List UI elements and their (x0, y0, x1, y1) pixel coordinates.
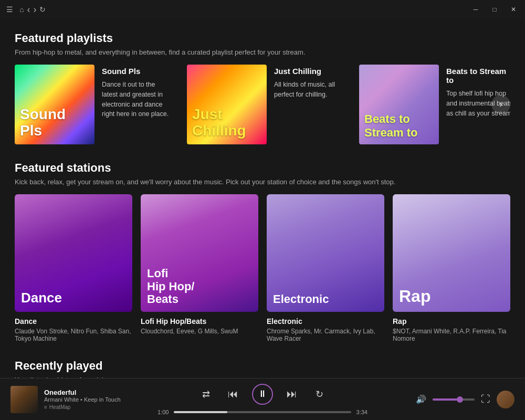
featured-stations-title: Featured stations (15, 161, 510, 175)
now-playing-center: ⇄ ⏮ ⏸ ⏭ ↻ 1:00 3:34 (126, 384, 399, 415)
maximize-button[interactable]: □ (489, 4, 500, 15)
station-name-lofi: Lofi Hip Hop/Beats (141, 317, 258, 326)
titlebar-right: ─ □ ✕ (470, 4, 519, 15)
station-artists-electronic: Chrome Sparks, Mr. Carmack, Ivy Lab, Wav… (267, 328, 384, 342)
playlist-title-beats: Beats to Stream to (446, 67, 510, 85)
playlist-item-sound-pls[interactable]: SoundPls Sound Pls Dance it out to the l… (15, 65, 178, 144)
playlist-cover-sound-pls: SoundPls (15, 65, 94, 144)
playlist-cover-label-just-chilling: JustChilling (192, 107, 246, 139)
now-playing-bar: Onederful Armani White • Keep in Touch ≡… (0, 378, 525, 420)
playlist-item-beats-to-stream[interactable]: Beats toStream to Beats to Stream to Top… (359, 65, 510, 144)
playlist-desc-sound-pls: Dance it out to the latest and greatest … (102, 80, 171, 119)
controls-row: ⇄ ⏮ ⏸ ⏭ ↻ (197, 384, 328, 405)
volume-knob (457, 396, 463, 403)
playlist-info-sound-pls: Sound Pls Dance it out to the latest and… (94, 65, 178, 144)
station-cover-label-rap: Rap (399, 287, 430, 306)
home-icon[interactable]: ⌂ (19, 5, 24, 14)
play-pause-button[interactable]: ⏸ (252, 384, 273, 405)
main-content: Featured playlists From hip-hop to metal… (0, 19, 525, 378)
featured-stations-section: Featured stations Kick back, relax, get … (15, 161, 510, 342)
volume-icon[interactable]: 🔊 (416, 394, 426, 404)
station-artists-rap: $NOT, Armani White, R.A.P. Ferreira, Tia… (393, 328, 510, 342)
station-cover-label-lofi: LofiHip Hop/Beats (147, 267, 194, 306)
user-avatar[interactable] (497, 391, 514, 408)
station-artists-lofi: Cloudchord, Eevee, G Mills, SwuM (141, 328, 258, 335)
progress-bar-fill (174, 411, 227, 413)
time-total: 3:34 (356, 409, 368, 415)
station-name-rap: Rap (393, 317, 510, 326)
refresh-icon[interactable]: ↻ (39, 5, 46, 14)
volume-bar[interactable] (433, 398, 475, 401)
playlist-cover-just-chilling: JustChilling (187, 65, 267, 144)
featured-playlists-subtitle: From hip-hop to metal, and everything in… (15, 48, 510, 56)
playlist-info-just-chilling: Just Chilling All kinds of music, all pe… (267, 65, 351, 144)
station-cover-rap: Rap (393, 194, 510, 312)
stations-grid: Dance Dance Claude Von Stroke, Nitro Fun… (15, 194, 510, 342)
track-artist: Armani White • Keep in Touch (44, 396, 121, 403)
screen-icon[interactable]: ⛶ (481, 394, 490, 405)
recently-played-title: Recently played (15, 359, 510, 373)
track-title: Onederful (44, 388, 121, 396)
track-playlist[interactable]: ≡ HeatMap (44, 404, 121, 410)
station-cover-label-dance: Dance (21, 290, 62, 306)
playlist-item-just-chilling[interactable]: JustChilling Just Chilling All kinds of … (187, 65, 351, 144)
station-item-lofi[interactable]: LofiHip Hop/Beats Lofi Hip Hop/Beats Clo… (141, 194, 258, 342)
titlebar-left: ☰ ⌂ ‹ › ↻ (6, 4, 46, 15)
progress-row: 1:00 3:34 (158, 409, 368, 415)
station-item-electronic[interactable]: Electronic Electronic Chrome Sparks, Mr.… (267, 194, 384, 342)
volume-bar-fill (433, 398, 460, 401)
recently-played-section: Recently played Your listening history f… (15, 359, 510, 378)
playlist-cover-beats-to-stream: Beats toStream to (359, 65, 439, 144)
progress-bar[interactable] (174, 411, 351, 413)
prev-button[interactable]: ⏮ (225, 386, 242, 403)
now-playing-left: Onederful Armani White • Keep in Touch ≡… (10, 386, 126, 413)
station-item-dance[interactable]: Dance Dance Claude Von Stroke, Nitro Fun… (15, 194, 132, 342)
now-playing-right: 🔊 ⛶ (399, 391, 514, 408)
playlists-row: SoundPls Sound Pls Dance it out to the l… (15, 65, 510, 144)
next-button[interactable]: ⏭ (284, 386, 300, 403)
now-playing-thumbnail (10, 386, 38, 413)
station-cover-dance: Dance (15, 194, 132, 312)
playlist-cover-label-sound-pls: SoundPls (20, 107, 66, 139)
playlist-cover-label-beats: Beats toStream to (364, 112, 417, 139)
back-icon[interactable]: ‹ (27, 4, 30, 15)
playlist-title-just-chilling: Just Chilling (274, 67, 343, 76)
station-item-rap[interactable]: Rap Rap $NOT, Armani White, R.A.P. Ferre… (393, 194, 510, 342)
titlebar: ☰ ⌂ ‹ › ↻ ─ □ ✕ (0, 0, 525, 19)
forward-icon[interactable]: › (33, 4, 36, 15)
featured-stations-subtitle: Kick back, relax, get your stream on, an… (15, 178, 510, 186)
station-cover-electronic: Electronic (267, 194, 384, 312)
playlist-desc-just-chilling: All kinds of music, all perfect for chil… (274, 80, 343, 100)
repeat-button[interactable]: ↻ (311, 386, 328, 403)
station-name-electronic: Electronic (267, 317, 384, 326)
track-info: Onederful Armani White • Keep in Touch ≡… (44, 388, 121, 410)
featured-playlists-title: Featured playlists (15, 32, 510, 45)
station-cover-label-electronic: Electronic (273, 293, 329, 306)
time-current: 1:00 (158, 409, 169, 415)
station-artists-dance: Claude Von Stroke, Nitro Fun, Shiba San,… (15, 328, 132, 342)
titlebar-nav: ⌂ ‹ › ↻ (19, 4, 46, 15)
playlists-next-button[interactable]: › (491, 95, 510, 114)
menu-icon[interactable]: ☰ (6, 5, 13, 14)
featured-playlists-section: Featured playlists From hip-hop to metal… (15, 32, 510, 144)
station-name-dance: Dance (15, 317, 132, 326)
close-button[interactable]: ✕ (508, 4, 519, 15)
playlist-label: HeatMap (49, 404, 71, 410)
playlists-row-container: SoundPls Sound Pls Dance it out to the l… (15, 65, 510, 144)
shuffle-button[interactable]: ⇄ (197, 386, 214, 403)
station-cover-lofi: LofiHip Hop/Beats (141, 194, 258, 312)
playlist-title-sound-pls: Sound Pls (102, 67, 171, 76)
playlist-icon: ≡ (44, 404, 47, 410)
minimize-button[interactable]: ─ (470, 4, 481, 15)
